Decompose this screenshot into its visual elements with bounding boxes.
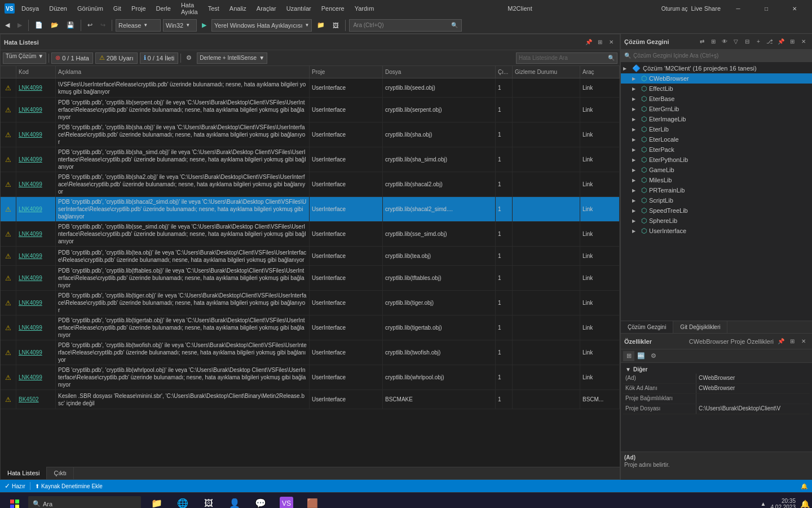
error-code-link[interactable]: LNK4099 (19, 349, 42, 356)
table-row[interactable]: ⚠ LNK4099 PDB 'cryptlib.pdb', 'cryptlib.… (1, 365, 620, 390)
menu-pencere[interactable]: Pencere (317, 4, 349, 13)
se-btn-git[interactable]: ⎇ (765, 37, 775, 47)
se-tree-item[interactable]: ▶ ⬡ SphereLib (621, 216, 812, 226)
table-row[interactable]: ⚠ LNK4099 PDB 'cryptlib.pdb', 'cryptlib.… (1, 98, 620, 122)
menu-derle[interactable]: Derle (152, 4, 175, 13)
se-tab-solution[interactable]: Çözüm Gezgini (621, 321, 673, 333)
redo-button[interactable]: ↪ (98, 19, 108, 32)
screenshot-button[interactable]: 🖼 (330, 19, 342, 32)
menu-araclar[interactable]: Araçlar (252, 4, 281, 13)
table-row[interactable]: ⚠ LNK4099 PDB 'cryptlib.pdb', 'cryptlib.… (1, 266, 620, 291)
error-count-badge[interactable]: ⊗ 0 / 1 Hata (51, 52, 93, 64)
new-project-button[interactable]: 📄 (32, 19, 46, 32)
taskbar-app-unknown2[interactable]: 👤 (222, 494, 247, 509)
menu-analiz[interactable]: Analiz (225, 4, 251, 13)
error-code-link[interactable]: LNK4099 (19, 325, 42, 331)
menu-uzantilar[interactable]: Uzantılar (282, 4, 316, 13)
live-share-btn[interactable]: Live Share (691, 5, 721, 12)
error-code-link[interactable]: LNK4099 (19, 253, 42, 259)
prop-value[interactable]: CWebBrowser (696, 384, 810, 393)
error-code-link[interactable]: LNK4099 (19, 300, 42, 306)
taskbar-app-vs[interactable]: VS (274, 494, 299, 509)
taskbar-search[interactable]: 🔍 Ara (28, 496, 141, 509)
warning-count-badge[interactable]: ⚠ 208 Uyarı (95, 52, 138, 64)
table-row[interactable]: ⚠ LNK4099 PDB 'cryptlib.pdb', 'cryptlib.… (1, 340, 620, 365)
se-tree-item[interactable]: ▶ ⬡ EterPack (621, 144, 812, 155)
login-label[interactable]: Oturum aç (661, 6, 688, 12)
prop-move-btn[interactable]: ⊞ (787, 336, 797, 347)
th-desc[interactable]: Açıklama (56, 66, 310, 78)
th-line[interactable]: Çı... (496, 66, 513, 78)
se-tree-item[interactable]: ▶ ⬡ EterLib (621, 124, 812, 134)
error-code-link[interactable]: LNK4099 (19, 85, 42, 91)
error-code-link[interactable]: LNK4099 (19, 132, 42, 138)
se-move-btn[interactable]: ⊞ (787, 37, 797, 47)
taskbar-app-unknown3[interactable]: 💬 (248, 494, 273, 509)
error-code-link[interactable]: LNK4099 (19, 206, 42, 212)
forward-button[interactable]: ▶ (15, 19, 25, 32)
se-tab-git[interactable]: Git Değişiklikleri (673, 321, 727, 333)
se-search-input[interactable] (633, 52, 809, 59)
prop-close-btn[interactable]: ✕ (798, 336, 809, 347)
menu-hata-ayikla[interactable]: Hata Ayıkla (176, 1, 202, 16)
save-all-button[interactable]: 💾 (64, 19, 77, 32)
filter-extra-button[interactable]: ⚙ (183, 52, 195, 64)
menu-test[interactable]: Test (204, 4, 224, 13)
prop-pin-btn[interactable]: 📌 (776, 336, 786, 347)
table-row[interactable]: ⚠ LNK4099 PDB 'cryptlib.pdb', 'cryptlib.… (1, 222, 620, 247)
table-row[interactable]: ⚠ BK4502 Kesilen .SBR dosyası 'Release\m… (1, 390, 620, 409)
taskbar-app-unknown1[interactable]: 🖼 (196, 494, 221, 509)
prop-value[interactable] (696, 394, 810, 404)
th-code[interactable]: Kod (16, 66, 56, 78)
source-control-btn[interactable]: ⬆ Kaynak Denetimine Ekle (35, 483, 103, 489)
table-row[interactable]: ⚠ LNK4099 PDB 'cryptlib.pdb', 'cryptlib.… (1, 172, 620, 197)
table-row[interactable]: ⚠ LNK4099 \VSFiles\UserInterface\Release… (1, 78, 620, 98)
menu-yardim[interactable]: Yardım (350, 4, 379, 13)
th-tool[interactable]: Araç (580, 66, 620, 78)
error-code-link[interactable]: LNK4099 (19, 374, 42, 380)
run-button[interactable]: ▶ (199, 19, 209, 32)
table-row[interactable]: ⚠ LNK4099 PDB 'cryptlib.pdb', 'cryptlib.… (1, 316, 620, 340)
se-tree-item[interactable]: ▶ ⬡ EterImageLib (621, 114, 812, 124)
taskbar-app-file-explorer[interactable]: 📁 (144, 494, 169, 509)
taskbar-notify[interactable]: ▲ (761, 501, 766, 507)
panel-close-button[interactable]: ✕ (606, 37, 616, 47)
se-tree-item[interactable]: ▶ ⬡ EterPythonLib (621, 155, 812, 165)
minimize-button[interactable]: ─ (725, 0, 751, 17)
menu-proje[interactable]: Proje (127, 4, 151, 13)
se-tree-item[interactable]: ▶ ⬡ PRTerrainLib (621, 185, 812, 195)
panel-pin-button[interactable]: 📌 (584, 37, 594, 47)
error-code-link[interactable]: BK4502 (19, 396, 39, 402)
error-code-link[interactable]: LNK4099 (19, 181, 42, 187)
se-tree-item[interactable]: ▶ ⬡ EffectLib (621, 84, 812, 94)
table-row[interactable]: ⚠ LNK4099 PDB 'cryptlib.pdb', 'cryptlib.… (1, 247, 620, 266)
undo-button[interactable]: ↩ (85, 19, 95, 32)
taskbar-app-unknown4[interactable]: 🟫 (300, 494, 325, 509)
tab-error-list[interactable]: Hata Listesi (1, 467, 47, 479)
open-button[interactable]: 📂 (48, 19, 61, 32)
menu-git[interactable]: Git (109, 4, 126, 13)
se-tree-item[interactable]: ▶ ⬡ MilesLib (621, 175, 812, 185)
error-code-link[interactable]: LNK4099 (19, 107, 42, 113)
tab-output[interactable]: Çıktı (47, 467, 74, 479)
se-tree-item[interactable]: ▶ ⬡ SpeedTreeLib (621, 205, 812, 216)
folder-button[interactable]: 📁 (314, 19, 328, 32)
table-row[interactable]: ⚠ LNK4099 PDB 'cryptlib.pdb', 'cryptlib.… (1, 197, 620, 222)
back-button[interactable]: ◀ (2, 19, 12, 32)
build-filter-dropdown[interactable]: Derleme + IntelliSense ▼ (197, 52, 267, 64)
table-row[interactable]: ⚠ LNK4099 PDB 'cryptlib.pdb', 'cryptlib.… (1, 291, 620, 316)
table-row[interactable]: ⚠ LNK4099 PDB 'cryptlib.pdb', 'cryptlib.… (1, 147, 620, 172)
se-tree-item[interactable]: ▶ ⬡ UserInterface (621, 226, 812, 236)
run-dropdown[interactable]: Yerel Windows Hata Ayıklayıcısı ▼ (211, 19, 312, 32)
error-code-link[interactable]: LNK4099 (19, 156, 42, 163)
solution-root[interactable]: ▶ 🔷 Çözüm 'M2Client' (16 projeden 16 tan… (621, 63, 812, 73)
error-code-link[interactable]: LNK4099 (19, 231, 42, 237)
se-pin-btn[interactable]: 📌 (776, 37, 786, 47)
se-tree-item[interactable]: ▶ ⬡ EterLocale (621, 134, 812, 144)
se-tree-item[interactable]: ▶ ⬡ CWebBrowser (621, 73, 812, 84)
close-button[interactable]: ✕ (782, 0, 807, 17)
menu-duzen[interactable]: Düzen (45, 4, 72, 13)
se-tree-item[interactable]: ▶ ⬡ EterGrnLib (621, 104, 812, 114)
error-code-link[interactable]: LNK4099 (19, 275, 42, 281)
se-btn-show-all[interactable]: 👁 (720, 37, 730, 47)
